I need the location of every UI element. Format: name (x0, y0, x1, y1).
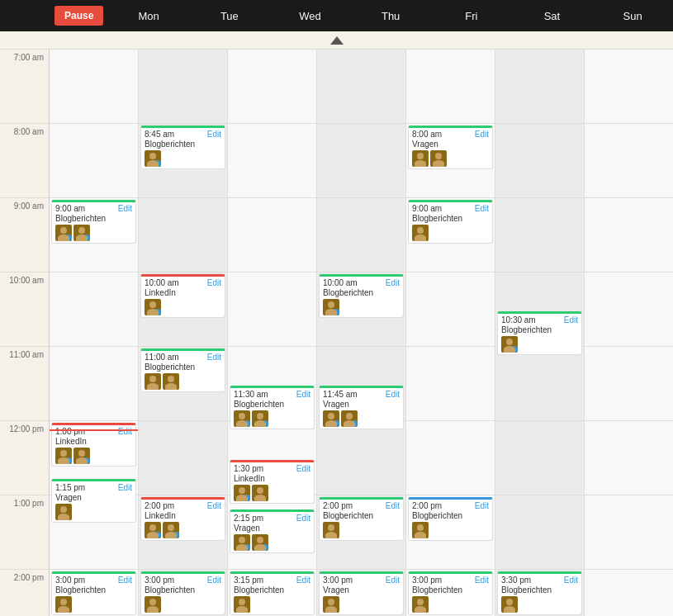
event-time: 11:45 am (323, 390, 358, 399)
event-icons (412, 150, 489, 167)
mon-hour-11 (50, 347, 138, 421)
header-row: Pause Mon Tue Wed Thu Fri Sat Sun (0, 0, 673, 31)
event-icons (234, 596, 310, 613)
event-edit-button[interactable]: Edit (296, 514, 310, 523)
avatar-icon (145, 299, 161, 315)
event-time: 3:00 pm (412, 576, 442, 585)
avatar-icon (323, 596, 339, 613)
event-time: 11:00 am (145, 353, 179, 362)
sat-hour-9 (495, 198, 584, 272)
event-edit-button[interactable]: Edit (296, 576, 310, 585)
event-mon-300pm: 3:00 pm Edit Blogberichten (51, 571, 136, 615)
event-edit-button[interactable]: Edit (475, 576, 489, 585)
event-tue-1100am: 11:00 am Edit Blogberichten (140, 348, 225, 392)
event-edit-button[interactable]: Edit (564, 315, 578, 325)
event-wed-215pm: 2:15 pm Edit Vragen (230, 509, 315, 553)
event-icons (145, 522, 221, 538)
event-edit-button[interactable]: Edit (118, 576, 132, 585)
event-edit-button[interactable]: Edit (118, 204, 132, 213)
scroll-up-arrow[interactable] (330, 36, 344, 45)
event-title: Vragen (412, 140, 489, 149)
day-column-tue: 8:45 am Edit Blogberichten 10:00 am Edit… (139, 50, 228, 616)
event-time: 3:15 pm (234, 576, 263, 585)
avatar-badge (252, 485, 268, 501)
sat-hour-13 (495, 495, 584, 570)
day-column-sun (585, 50, 673, 616)
avatar-icon (412, 596, 429, 613)
event-edit-button[interactable]: Edit (207, 501, 221, 510)
sat-hour-12 (495, 421, 584, 495)
event-edit-button[interactable]: Edit (118, 427, 132, 436)
fri-hour-10 (406, 272, 495, 347)
event-icons (55, 225, 132, 241)
avatar-icon (234, 596, 250, 613)
avatar-icon (145, 373, 161, 390)
avatar-badge (252, 534, 268, 551)
pause-button[interactable]: Pause (55, 6, 103, 26)
days-grid: 9:00 am Edit Blogberichten 1:00 pm Edit … (50, 50, 673, 616)
event-icons (323, 410, 400, 427)
event-icons (323, 299, 400, 315)
event-icons (145, 596, 221, 613)
event-title: Blogberichten (323, 511, 400, 520)
event-icons (55, 504, 132, 520)
event-icons (501, 596, 578, 613)
event-edit-button[interactable]: Edit (475, 501, 489, 510)
time-label-1300: 1:00 pm (0, 495, 50, 570)
tue-hour-12 (139, 421, 227, 495)
event-edit-button[interactable]: Edit (475, 130, 489, 139)
event-edit-button[interactable]: Edit (386, 576, 400, 585)
event-edit-button[interactable]: Edit (475, 204, 489, 213)
header-day-sat: Sat (512, 10, 593, 22)
event-edit-button[interactable]: Edit (207, 353, 221, 362)
event-edit-button[interactable]: Edit (296, 390, 310, 399)
event-tue-300pm: 3:00 pm Edit Blogberichten (140, 571, 225, 615)
event-thu-200pm: 2:00 pm Edit Blogberichten (319, 497, 404, 541)
sat-hour-8 (495, 124, 584, 198)
event-icons (145, 150, 221, 167)
event-title: Blogberichten (234, 585, 310, 595)
scroll-up-row[interactable] (0, 31, 673, 50)
event-fri-800am: 8:00 am Edit Vragen (408, 126, 493, 169)
avatar-badge (163, 522, 179, 538)
event-time: 3:00 pm (55, 576, 85, 585)
event-edit-button[interactable]: Edit (207, 576, 221, 585)
event-edit-button[interactable]: Edit (386, 390, 400, 399)
event-time: 2:00 pm (412, 501, 442, 510)
event-time: 9:00 am (412, 204, 442, 213)
avatar-icon (323, 299, 339, 315)
event-fri-900am: 9:00 am Edit Blogberichten (408, 200, 493, 244)
thu-hour-12 (317, 421, 405, 495)
event-time: 10:30 am (501, 315, 536, 325)
event-edit-button[interactable]: Edit (564, 576, 578, 585)
avatar-badge (73, 448, 90, 464)
event-time: 1:00 pm (55, 427, 85, 436)
event-edit-button[interactable]: Edit (207, 278, 221, 287)
event-edit-button[interactable]: Edit (118, 483, 132, 492)
fri-hour-12 (406, 421, 495, 495)
event-edit-button[interactable]: Edit (386, 278, 400, 287)
event-edit-button[interactable]: Edit (296, 464, 310, 473)
wed-hour-8 (228, 124, 316, 198)
event-title: LinkedIn (145, 511, 221, 520)
header-day-mon: Mon (108, 10, 189, 22)
time-label-800: 8:00 am (0, 124, 50, 198)
time-label-1400: 2:00 pm (0, 570, 50, 616)
event-title: Vragen (323, 400, 400, 409)
avatar-icon (234, 534, 250, 551)
day-column-fri: 8:00 am Edit Vragen 9:00 am Edit Blogber… (406, 50, 495, 616)
event-edit-button[interactable]: Edit (207, 130, 221, 139)
avatar-badge (430, 150, 447, 167)
event-time: 3:00 pm (145, 576, 174, 585)
mon-hour-7 (50, 50, 138, 124)
event-icons (412, 596, 489, 613)
event-time: 10:00 am (145, 278, 179, 287)
event-title: Blogberichten (501, 585, 578, 595)
event-title: LinkedIn (145, 288, 221, 297)
event-mon-900: 9:00 am Edit Blogberichten (51, 200, 136, 244)
avatar-icon (323, 522, 339, 538)
event-tue-200pm: 2:00 pm Edit LinkedIn (140, 497, 225, 541)
event-sat-1030am: 10:30 am Edit Blogberichten (497, 311, 582, 355)
event-edit-button[interactable]: Edit (386, 501, 400, 510)
event-mon-115pm: 1:15 pm Edit Vragen (51, 479, 136, 523)
